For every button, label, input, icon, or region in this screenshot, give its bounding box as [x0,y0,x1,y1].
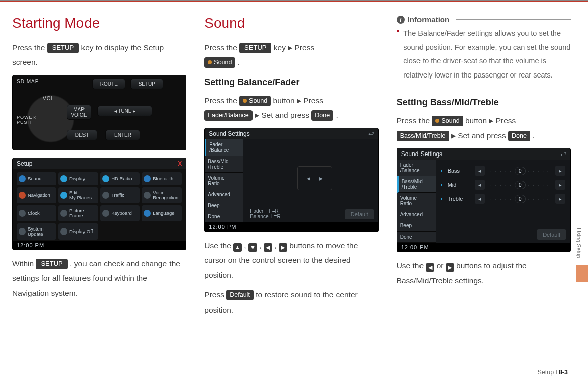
sound-settings-tab: Done [397,232,436,243]
text: Press the [12,43,47,52]
fader-use-buttons: Use the ▲ , ▼ , ◀ , ▶ buttons to move th… [204,238,378,282]
period: . [238,58,240,66]
left-arrow-icon: ◂ [475,166,485,176]
sound-settings-clock: 12:00 PM [397,243,570,252]
fader-default-note: Press Default to restore sound to the ce… [204,287,378,317]
sound-settings-tab: Volume Ratio [397,193,436,209]
bmt-row-track: · · · · · 0 · · · · · [488,181,552,189]
sound-settings-tab: Fader /Balance [397,160,436,176]
right-triangle-icon: ▶ [288,42,292,54]
default-screen-button: Default [537,229,566,240]
information-heading: i Information [397,15,571,24]
left-arrow-icon: ◂ [307,174,310,182]
text: Set and press [261,111,311,119]
setup-cell-label: Picture Frame [69,208,85,218]
sound-settings-tab: Done [205,211,243,222]
tune-hw-button: ◂ TUNE ▸ [97,106,152,116]
information-label: Information [408,15,450,24]
setup-cell-label: Sound [28,176,41,181]
setup-grid-cell: Traffic [100,187,140,203]
setup-cell-icon [144,175,151,182]
side-margin-label: Using Setup [576,221,582,265]
fader-cursor-pad: ◂ ▸ [297,166,332,190]
footer-section: Setup [538,369,554,376]
sound-key-label: Sound [249,97,267,104]
setup-cell-icon [102,192,109,199]
starting-mode-intro: Press the SETUP key to display the Setup… [12,40,186,70]
vol-label: VOL [43,96,54,101]
text: or [437,261,446,270]
setup-grid-cell: Display [58,172,98,185]
enter-hw-button: ENTER [105,130,140,140]
column-info-bmt: i Information • The Balance/Fader settin… [397,15,571,322]
fader-balance-key-badge: Fader/Balance [204,110,252,121]
setup-grid-cell: HD Radio [100,172,140,185]
sound-settings-tab: Bass/Mid /Treble [205,156,243,173]
setup-cell-label: Traffic [111,193,124,198]
done-key-badge: Done [508,131,530,141]
setup-grid-cell: Navigation [17,187,56,203]
bmt-row-track: · · · · · 0 · · · · · [488,195,552,203]
setup-cell-icon [60,192,67,199]
setup-cell-icon [144,210,151,217]
sound-settings-tab: Beep [205,200,243,211]
setup-cell-label: Voice Recognition [153,190,178,200]
sound-icon [435,119,439,123]
route-hw-button: ROUTE [92,79,125,89]
sound-intro: Press the SETUP key ▶ Press Sound . [204,40,378,70]
setup-cell-icon [19,192,26,199]
setup-grid-cell: System Update [17,223,56,240]
balance-fader-steps: Press the Sound button ▶ Press Fader/Bal… [204,93,378,123]
sound-key-badge: Sound [239,96,271,106]
return-icon: ⮐ [560,150,566,158]
text: Press the [397,116,432,125]
text: Press [295,43,315,52]
close-icon: X [178,160,182,167]
left-arrow-icon: ◂ [475,180,485,190]
bmt-steps: Press the Sound button ▶ Press Bass/Mid/… [397,113,571,143]
right-triangle-icon: ▶ [451,130,456,142]
setup-cell-icon [19,228,26,235]
setup-cell-label: System Update [28,226,44,237]
sound-settings-fader-shot: Sound Settings ⮐ Fader /BalanceBass/Mid … [204,128,378,232]
setup-cell-label: HD Radio [111,176,132,181]
sound-settings-tab: Advanced [397,209,436,220]
column-starting-mode: Starting Mode Press the SETUP key to dis… [12,15,186,322]
default-key-badge: Default [226,290,254,300]
setup-cell-label: Navigation [28,193,50,198]
bmt-row-name: Mid [448,182,472,188]
right-arrow-icon: ▸ [555,166,565,176]
heading-sound: Sound [204,15,378,31]
setup-cell-label: Bluetooth [153,176,173,181]
bmt-main: •Bass◂· · · · · 0 · · · · ·▸•Mid◂· · · ·… [436,160,570,243]
left-arrow-icon: ◂ [475,194,485,204]
bmt-row-track: · · · · · 0 · · · · · [488,167,552,175]
setup-cell-icon [102,175,109,182]
setup-cell-icon [60,210,67,217]
down-arrow-icon: ▼ [248,243,257,252]
right-arrow-icon: ▶ [279,243,287,252]
text: button [273,96,297,105]
sound-settings-tab: Beep [397,220,436,232]
right-arrow-icon: ▸ [555,180,565,190]
sound-settings-tabs: Fader /BalanceBass/Mid /TrebleVolume Rat… [205,139,243,222]
setup-key-badge: SETUP [239,43,271,53]
text: Use the [397,261,426,270]
setup-cell-icon [19,175,26,182]
bullet-icon: • [441,182,445,188]
setup-grid: SoundDisplayHD RadioBluetoothNavigationE… [17,172,182,240]
sound-key-badge: Sound [204,57,235,68]
sound-settings-titlebar: Sound Settings ⮐ [205,128,378,139]
setup-cell-label: Display [69,176,85,181]
bass-mid-treble-key-badge: Bass/Mid/Treble [397,131,449,141]
column-sound: Sound Press the SETUP key ▶ Press Sound … [204,15,378,322]
setup-screen-title: Setup [17,160,32,167]
text: Press the [204,43,239,52]
sound-icon [243,99,247,103]
subheading-bass-mid-treble: Setting Bass/Mid/Treble [397,97,571,109]
setup-grid-cell: Voice Recognition [142,187,182,203]
left-arrow-icon: ◀ [264,243,272,252]
fader-balance-values: Fader F=R Balance L=R [250,208,280,219]
sound-icon [208,60,212,64]
heading-starting-mode: Starting Mode [12,15,186,31]
